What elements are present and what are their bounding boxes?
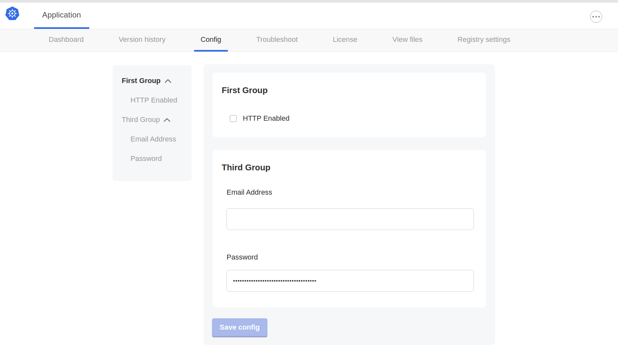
sidebar-group-third-group[interactable]: Third Group: [122, 110, 192, 129]
chevron-up-icon: [165, 79, 171, 83]
config-sidebar: First Group HTTP Enabled Third Group Ema…: [113, 65, 192, 181]
secondary-nav: Dashboard Version history Config Trouble…: [0, 29, 618, 52]
config-group-card-first: First Group HTTP Enabled: [213, 73, 486, 137]
sidebar-item-email-address[interactable]: Email Address: [122, 129, 192, 149]
sidebar-item-http-enabled-label: HTTP Enabled: [130, 96, 177, 104]
chevron-up-icon: [164, 118, 170, 122]
http-enabled-checkbox[interactable]: [230, 115, 237, 122]
sidebar-group-first-group-label: First Group: [122, 77, 161, 85]
tab-troubleshoot[interactable]: Troubleshoot: [250, 29, 304, 52]
app-tab-application[interactable]: Application: [34, 3, 89, 29]
save-config-button[interactable]: Save config: [212, 318, 267, 336]
tab-troubleshoot-label: Troubleshoot: [256, 35, 298, 44]
group-title-third: Third Group: [222, 162, 477, 173]
sidebar-group-third-group-label: Third Group: [122, 115, 160, 124]
password-label: Password: [227, 253, 477, 261]
tab-registry-settings-label: Registry settings: [458, 35, 511, 44]
tab-dashboard[interactable]: Dashboard: [42, 29, 90, 52]
tab-view-files-label: View files: [392, 35, 423, 44]
sidebar-item-email-address-label: Email Address: [130, 135, 176, 143]
tab-config[interactable]: Config: [194, 29, 228, 52]
email-address-input[interactable]: [227, 208, 474, 230]
tab-dashboard-label: Dashboard: [49, 35, 84, 44]
overflow-menu-button[interactable]: [590, 11, 602, 23]
top-strip: [0, 0, 618, 3]
tab-version-history[interactable]: Version history: [112, 29, 172, 52]
password-input[interactable]: [227, 270, 474, 292]
tab-view-files[interactable]: View files: [386, 29, 429, 52]
group-title-first: First Group: [222, 85, 477, 95]
app-header: Application: [0, 3, 618, 29]
ellipsis-icon: [592, 16, 600, 18]
tab-license-label: License: [333, 35, 357, 44]
sidebar-item-password-label: Password: [130, 154, 162, 163]
tab-registry-settings[interactable]: Registry settings: [451, 29, 517, 52]
config-content: First Group HTTP Enabled Third Group Ema…: [204, 64, 495, 345]
sidebar-item-http-enabled[interactable]: HTTP Enabled: [122, 91, 192, 110]
sidebar-group-first-group[interactable]: First Group: [122, 71, 192, 91]
config-group-card-third: Third Group Email Address Password: [213, 150, 486, 308]
tab-version-history-label: Version history: [119, 35, 166, 44]
sidebar-item-password[interactable]: Password: [122, 149, 192, 168]
http-enabled-label[interactable]: HTTP Enabled: [243, 114, 290, 123]
tab-config-label: Config: [201, 35, 221, 44]
tab-license[interactable]: License: [326, 29, 364, 52]
email-address-label: Email Address: [227, 188, 477, 197]
http-enabled-row: HTTP Enabled: [230, 114, 477, 123]
kubernetes-logo-icon: [5, 6, 19, 21]
app-tab-label: Application: [42, 10, 81, 19]
